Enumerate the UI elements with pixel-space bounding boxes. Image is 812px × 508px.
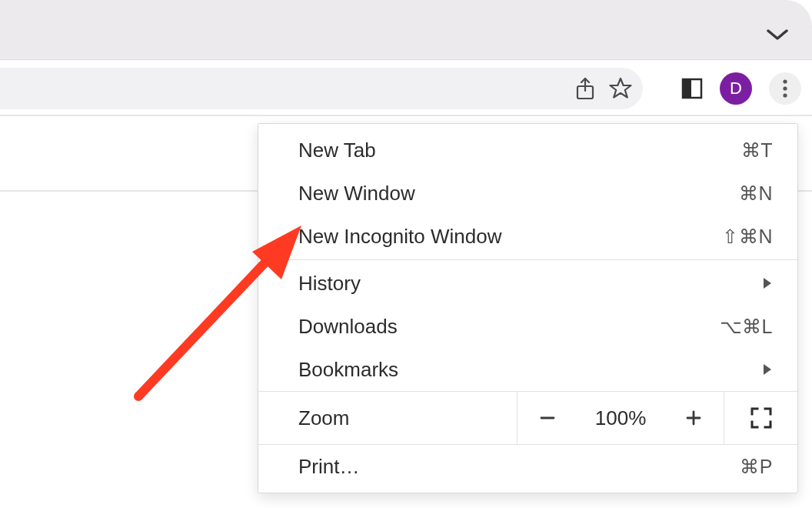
menu-item-label: New Tab: [298, 139, 376, 162]
menu-item-downloads[interactable]: Downloads ⌥⌘L: [258, 305, 797, 348]
zoom-value: 100%: [577, 392, 664, 444]
zoom-in-button[interactable]: [664, 392, 724, 444]
menu-item-shortcut: ⌘N: [739, 182, 773, 205]
share-button[interactable]: [575, 77, 595, 100]
more-vertical-icon: [782, 79, 788, 99]
menu-item-new-incognito-window[interactable]: New Incognito Window ⇧⌘N: [258, 215, 797, 258]
svg-point-7: [783, 93, 787, 97]
zoom-label: Zoom: [258, 392, 517, 444]
menu-item-label: Downloads: [298, 315, 398, 339]
bookmark-star-button[interactable]: [609, 77, 632, 100]
tabs-overflow-button[interactable]: [766, 28, 789, 42]
submenu-arrow-icon: [762, 276, 773, 290]
svg-point-6: [783, 86, 787, 90]
avatar-letter: D: [730, 79, 742, 99]
submenu-arrow-icon: [762, 363, 773, 376]
chevron-down-icon: [766, 28, 789, 42]
browser-toolbar: D: [0, 60, 812, 116]
menu-item-new-window[interactable]: New Window ⌘N: [258, 172, 797, 215]
fullscreen-icon: [750, 407, 772, 429]
more-menu-button[interactable]: [769, 72, 801, 105]
address-bar[interactable]: [0, 68, 643, 109]
profile-avatar[interactable]: D: [720, 72, 752, 105]
fullscreen-button[interactable]: [724, 392, 797, 444]
chrome-main-menu: New Tab ⌘T New Window ⌘N New Incognito W…: [258, 123, 798, 493]
svg-line-13: [138, 250, 277, 396]
plus-icon: [685, 409, 702, 426]
menu-item-label: Bookmarks: [298, 358, 398, 382]
menu-item-shortcut: ⇧⌘N: [722, 226, 773, 248]
menu-item-shortcut: ⌘T: [741, 139, 773, 162]
menu-item-bookmarks[interactable]: Bookmarks: [258, 348, 797, 391]
menu-separator: [258, 259, 797, 260]
svg-rect-4: [683, 79, 691, 98]
share-icon: [575, 77, 595, 100]
side-panel-button[interactable]: [681, 78, 703, 99]
star-icon: [609, 77, 632, 100]
zoom-out-button[interactable]: [517, 392, 577, 444]
menu-item-label: New Incognito Window: [298, 225, 501, 249]
menu-item-label: Print…: [298, 455, 359, 479]
tab-strip: [0, 0, 812, 60]
menu-item-shortcut: ⌥⌘L: [720, 316, 773, 338]
svg-marker-8: [764, 278, 771, 289]
menu-item-label: History: [298, 272, 361, 296]
menu-item-print[interactable]: Print… ⌘P: [258, 445, 797, 488]
side-panel-icon: [681, 78, 703, 99]
minus-icon: [539, 409, 556, 426]
menu-item-shortcut: ⌘P: [740, 456, 773, 478]
svg-point-5: [783, 79, 787, 83]
menu-item-new-tab[interactable]: New Tab ⌘T: [258, 129, 797, 172]
menu-zoom-row: Zoom 100%: [258, 391, 797, 445]
svg-marker-2: [611, 79, 631, 98]
svg-marker-9: [764, 364, 771, 375]
menu-item-history[interactable]: History: [258, 262, 797, 305]
menu-item-label: New Window: [298, 182, 415, 206]
